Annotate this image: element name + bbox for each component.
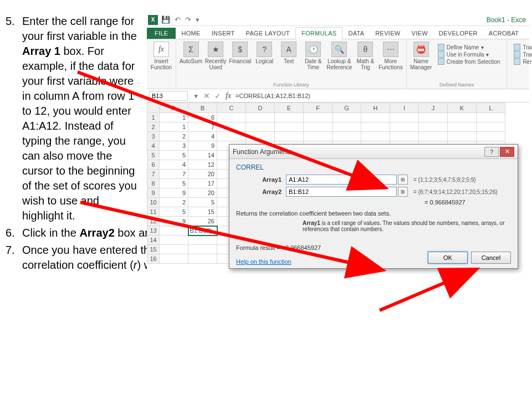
tab-insert[interactable]: INSERT — [206, 28, 241, 39]
column-header[interactable]: A — [160, 103, 188, 113]
array1-input[interactable] — [286, 175, 397, 185]
name-box[interactable] — [149, 91, 188, 101]
cell[interactable]: 14 — [188, 151, 217, 160]
cell[interactable] — [390, 122, 419, 132]
cell[interactable] — [361, 132, 390, 141]
tab-file[interactable]: FILE — [147, 28, 176, 39]
cell[interactable]: 2 — [160, 198, 188, 207]
tab-review[interactable]: REVIEW — [370, 28, 406, 39]
fx-icon[interactable]: fx — [226, 91, 231, 100]
cell[interactable]: 1 — [160, 113, 188, 122]
cell[interactable] — [246, 113, 275, 122]
cell[interactable] — [361, 122, 390, 132]
cell[interactable] — [275, 132, 304, 141]
row-header[interactable]: 3 — [147, 132, 160, 141]
cell[interactable] — [390, 132, 419, 141]
cell[interactable] — [390, 113, 419, 122]
row-header[interactable]: 14 — [147, 236, 160, 245]
cell[interactable]: 4 — [160, 160, 188, 170]
cell[interactable] — [448, 113, 477, 122]
cell[interactable] — [160, 254, 188, 264]
column-header[interactable]: J — [419, 103, 448, 113]
cell[interactable]: 5 — [188, 198, 217, 207]
cell[interactable]: 12 — [188, 160, 217, 170]
cell[interactable]: B1:B12) — [188, 226, 217, 236]
enter-formula-icon[interactable]: ✓ — [212, 91, 223, 100]
lookup-button[interactable]: 🔍Lookup & Reference — [326, 42, 352, 70]
remove-arrows-button[interactable]: Remove A — [514, 58, 532, 65]
cell[interactable] — [332, 113, 361, 122]
cell[interactable] — [188, 245, 217, 254]
cell[interactable] — [160, 226, 188, 236]
cell[interactable] — [448, 122, 477, 132]
name-manager-button[interactable]: 📛Name Manager — [410, 42, 432, 70]
define-name-button[interactable]: Define Name▾ — [438, 44, 500, 50]
cell[interactable] — [304, 113, 332, 122]
create-from-selection-button[interactable]: Create from Selection — [438, 58, 500, 65]
qat-dropdown-icon[interactable]: ▾ — [196, 16, 200, 24]
cell[interactable]: 17 — [188, 179, 217, 188]
cell[interactable] — [477, 113, 505, 122]
cell[interactable]: 15 — [188, 207, 217, 217]
row-header[interactable]: 16 — [147, 254, 160, 264]
cell[interactable]: 26 — [188, 217, 217, 226]
cell[interactable] — [160, 236, 188, 245]
tab-data[interactable]: DATA — [342, 28, 370, 39]
help-icon[interactable]: ? — [484, 147, 499, 157]
cell[interactable] — [419, 113, 448, 122]
cell[interactable] — [217, 122, 246, 132]
autosum-button[interactable]: ΣAutoSum — [180, 42, 202, 70]
array2-input[interactable] — [286, 187, 397, 197]
insert-function-button[interactable]: fxInsert Function — [150, 42, 172, 70]
row-header[interactable]: 7 — [147, 170, 160, 179]
row-header[interactable]: 5 — [147, 151, 160, 160]
column-header[interactable]: D — [246, 103, 275, 113]
cell[interactable] — [304, 122, 332, 132]
text-button[interactable]: AText — [278, 42, 300, 70]
recently-used-button[interactable]: ★Recently Used — [204, 42, 227, 70]
logical-button[interactable]: ?Logical — [253, 42, 275, 70]
column-header[interactable]: E — [275, 103, 304, 113]
row-header[interactable]: 6 — [147, 160, 160, 170]
date-time-button[interactable]: 🕐Date & Time — [302, 42, 324, 70]
cell[interactable]: 5 — [160, 207, 188, 217]
cancel-formula-icon[interactable]: ✕ — [201, 91, 212, 100]
tab-home[interactable]: HOME — [176, 28, 206, 39]
row-header[interactable]: 4 — [147, 141, 160, 151]
cancel-button[interactable]: Cancel — [471, 252, 511, 264]
cell[interactable]: 3 — [160, 141, 188, 151]
column-header[interactable]: B — [188, 103, 217, 113]
array2-ref-button[interactable]: ⊞ — [398, 187, 408, 197]
cell[interactable] — [275, 122, 304, 132]
undo-icon[interactable]: ↶ — [175, 16, 181, 24]
cell[interactable]: 1 — [160, 122, 188, 132]
row-header[interactable]: 10 — [147, 198, 160, 207]
cell[interactable] — [246, 122, 275, 132]
row-header[interactable]: 8 — [147, 179, 160, 188]
dialog-titlebar[interactable]: Function Arguments ? ✕ — [229, 145, 518, 159]
row-header[interactable]: 2 — [147, 122, 160, 132]
tab-acrobat[interactable]: Acrobat — [483, 28, 524, 39]
column-header[interactable]: K — [448, 103, 477, 113]
cell[interactable] — [332, 122, 361, 132]
formula-input[interactable]: =CORREL(A1:A12,B1:B12) — [233, 91, 529, 100]
close-icon[interactable]: ✕ — [500, 147, 514, 157]
cell[interactable] — [188, 254, 217, 264]
cell[interactable] — [246, 132, 275, 141]
tab-formulas[interactable]: FORMULAS — [295, 27, 343, 39]
cell[interactable] — [217, 132, 246, 141]
column-header[interactable]: H — [361, 103, 390, 113]
column-header[interactable]: F — [304, 103, 332, 113]
cell[interactable]: 4 — [188, 132, 217, 141]
cell[interactable] — [419, 122, 448, 132]
row-header[interactable]: 13 — [147, 226, 160, 236]
cell[interactable]: 9 — [188, 141, 217, 151]
cell[interactable] — [160, 245, 188, 254]
cell[interactable]: 2 — [160, 132, 188, 141]
row-header[interactable]: 15 — [147, 245, 160, 254]
column-header[interactable]: I — [390, 103, 419, 113]
math-trig-button[interactable]: θMath & Trig — [354, 42, 376, 70]
namebox-dropdown-icon[interactable]: ▾ — [190, 91, 201, 100]
row-header[interactable]: 9 — [147, 188, 160, 198]
row-header[interactable]: 12 — [147, 217, 160, 226]
